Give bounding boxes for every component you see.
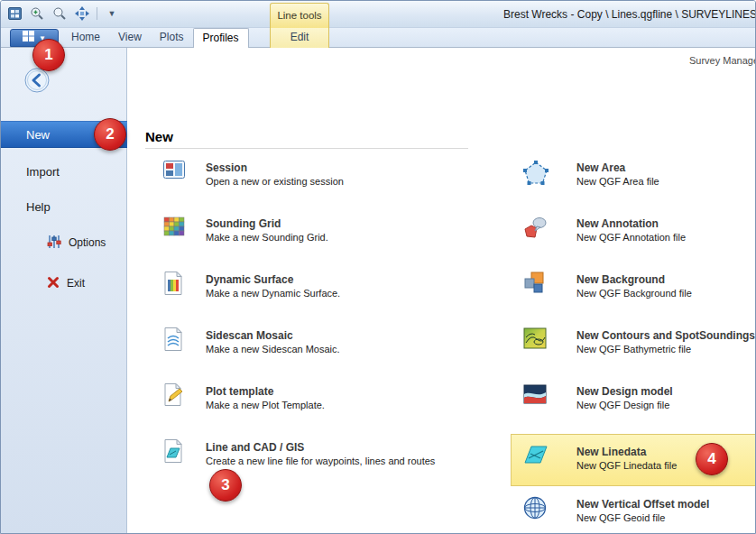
tab-view[interactable]: View [109, 28, 151, 48]
new-item-vertical-offset[interactable]: New Vertical Offset modelNew QGF Geoid f… [522, 498, 756, 529]
sidebar-item-label: Import [26, 165, 60, 179]
sidebar-item-label: New [26, 128, 50, 142]
contextual-tab-group-label: Line tools [270, 3, 329, 28]
new-item-sidescan-mosaic[interactable]: Sidescan MosaicMake a new Sidescan Mosai… [162, 329, 469, 360]
sidescan-mosaic-icon [162, 327, 184, 355]
item-title: New Contours and SpotSoundings [576, 329, 755, 342]
item-title: Dynamic Surface [206, 273, 340, 286]
sidebar-item-options[interactable]: Options [46, 233, 106, 253]
line-cad-gis-icon [162, 438, 184, 467]
item-title: Sidescan Mosaic [206, 329, 340, 342]
exit-x-icon [46, 275, 60, 292]
callout-2: 2 [94, 118, 126, 151]
tab-profiles[interactable]: Profiles [193, 28, 249, 48]
item-title: Session [206, 161, 344, 174]
item-title: New Background [576, 273, 692, 286]
tab-home[interactable]: Home [62, 28, 109, 48]
qat-dropdown-caret-icon[interactable]: ▼ [104, 5, 120, 22]
sounding-grid-icon [162, 215, 186, 242]
file-grid-icon [23, 30, 35, 46]
quick-access-toolbar: ▼ [6, 5, 120, 22]
item-title: Plot template [206, 385, 325, 398]
new-item-sounding-grid[interactable]: Sounding GridMake a new Sounding Grid. [162, 217, 469, 248]
item-title: New Vertical Offset model [576, 498, 709, 511]
tab-plots[interactable]: Plots [151, 28, 193, 48]
new-item-area[interactable]: New AreaNew QGF Area file [522, 161, 756, 192]
item-desc: Make a new Sounding Grid. [206, 232, 328, 243]
item-desc: Create a new line file for waypoints, li… [206, 456, 435, 466]
item-title: New Design model [576, 385, 673, 398]
app-icon[interactable] [6, 5, 23, 22]
callout-3: 3 [209, 469, 242, 502]
callout-number: 4 [707, 450, 715, 468]
titlebar: ▼ Line tools Brest Wrecks - Copy \ Lines… [1, 1, 755, 28]
new-item-line-cad-gis[interactable]: Line and CAD / GISCreate a new line file… [162, 441, 469, 472]
item-desc: New QGF Geoid file [576, 512, 709, 523]
plot-template-icon [162, 382, 186, 411]
item-desc: New QGF Linedata file [576, 460, 677, 471]
dynamic-surface-icon [162, 271, 184, 299]
zoom-icon[interactable] [51, 5, 68, 22]
survey-manager-label: Survey Manager (Te [689, 55, 756, 66]
sidebar-action-label: Options [69, 236, 106, 249]
backstage-content: Survey Manager (Te New SessionOpen a new… [128, 48, 755, 533]
callout-number: 3 [221, 476, 229, 494]
sidebar-item-label: Help [26, 200, 51, 214]
item-desc: New QGF Bathymetric file [576, 344, 755, 354]
new-item-annotation[interactable]: New AnnotationNew QGF Annotation file [522, 217, 756, 248]
new-annotation-icon [522, 215, 548, 244]
session-icon [162, 159, 186, 186]
item-desc: Open a new or existing session [206, 176, 344, 187]
item-title: New Area [576, 161, 659, 174]
item-desc: Make a new Dynamic Surface. [206, 288, 340, 299]
new-linedata-icon [522, 443, 549, 470]
new-item-plot-template[interactable]: Plot templateMake a new Plot Template. [162, 385, 469, 416]
item-desc: Make a new Plot Template. [206, 400, 325, 410]
toolbar-separator [97, 7, 97, 20]
section-divider [145, 148, 468, 149]
item-desc: New QGF Area file [576, 176, 659, 187]
new-vertical-offset-icon [522, 495, 548, 524]
callout-4: 4 [696, 443, 728, 475]
new-item-dynamic-surface[interactable]: Dynamic SurfaceMake a new Dynamic Surfac… [162, 273, 469, 304]
item-desc: New QGF Annotation file [576, 232, 686, 243]
new-item-contours[interactable]: New Contours and SpotSoundingsNew QGF Ba… [522, 329, 756, 360]
sidebar-item-import[interactable]: Import [1, 160, 127, 185]
item-title: New Linedata [576, 446, 677, 458]
options-sliders-icon [46, 235, 62, 252]
ribbon-tab-row: ▼ Home View Plots Profiles Edit [1, 28, 755, 48]
sidebar-item-help[interactable]: Help [1, 195, 127, 220]
sidebar-item-exit[interactable]: Exit [46, 273, 85, 293]
new-contours-icon [522, 327, 548, 354]
back-button[interactable] [24, 68, 50, 93]
item-desc: New QGF Design file [576, 400, 673, 410]
section-title-new: New [145, 129, 173, 144]
item-title: Sounding Grid [206, 217, 328, 230]
new-design-icon [522, 382, 548, 410]
callout-number: 2 [106, 125, 114, 143]
new-background-icon [522, 271, 546, 298]
zoom-extents-icon[interactable] [74, 5, 90, 22]
new-area-icon [522, 159, 549, 189]
new-item-session[interactable]: SessionOpen a new or existing session [162, 161, 469, 192]
item-desc: Make a new Sidescan Mosaic. [206, 344, 340, 354]
callout-number: 1 [44, 46, 52, 64]
tab-edit[interactable]: Edit [270, 28, 329, 48]
item-title: New Annotation [576, 217, 686, 230]
sidebar-action-label: Exit [67, 277, 85, 290]
item-desc: New QGF Background file [576, 288, 692, 299]
zoom-in-icon[interactable] [29, 5, 45, 22]
ribbon-tabs: Home View Plots Profiles [62, 28, 249, 48]
window-title: Brest Wrecks - Copy \ Lines.qgfline \ SU… [503, 8, 756, 21]
new-item-background[interactable]: New BackgroundNew QGF Background file [522, 273, 756, 304]
callout-1: 1 [32, 39, 65, 71]
item-title: Line and CAD / GIS [206, 441, 435, 454]
app-window: ▼ Line tools Brest Wrecks - Copy \ Lines… [0, 0, 756, 534]
new-item-design-model[interactable]: New Design modelNew QGF Design file [522, 385, 756, 416]
